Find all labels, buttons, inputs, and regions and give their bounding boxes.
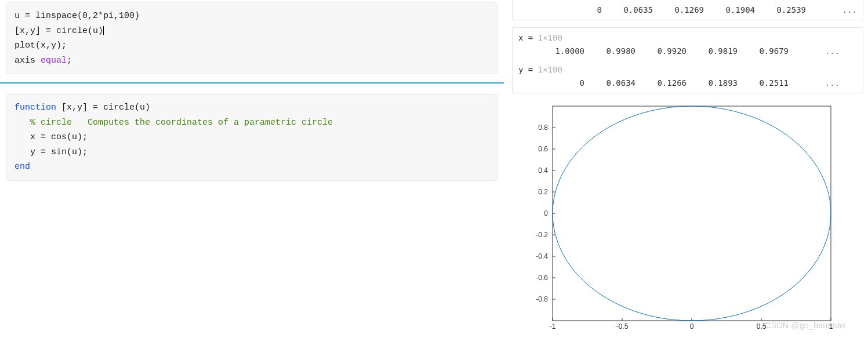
output-row: 0 0.0635 0.1269 0.1904 0.2539 ...	[518, 3, 857, 16]
code-comment: % circle Computes the coordinates of a p…	[30, 118, 333, 128]
code-line: y = sin(u);	[14, 145, 489, 160]
svg-text:-0.6: -0.6	[536, 274, 548, 282]
output-value: 1.0000	[547, 45, 584, 57]
ellipsis-icon[interactable]: ...	[820, 3, 857, 16]
output-pane: 0 0.0635 0.1269 0.1904 0.2539 ... x = 1×…	[504, 0, 868, 352]
svg-text:-0.2: -0.2	[536, 231, 548, 239]
output-value: 0.1269	[667, 3, 704, 16]
code-line: x = cos(u);	[14, 130, 489, 145]
code-block-2[interactable]: function [x,y] = circle(u) % circle Comp…	[6, 94, 498, 181]
output-value: 0.1904	[718, 3, 755, 16]
code-text: )	[135, 11, 140, 21]
output-value: 0.9819	[700, 45, 738, 57]
svg-text:0.2: 0.2	[538, 188, 548, 196]
code-text: ;	[67, 56, 72, 66]
svg-text:0: 0	[544, 209, 548, 217]
ellipsis-icon[interactable]: ...	[802, 45, 840, 57]
output-value: 0	[565, 3, 602, 16]
output-value: 0.0634	[598, 77, 635, 89]
svg-text:-0.8: -0.8	[536, 295, 548, 303]
ellipsis-icon[interactable]: ...	[802, 77, 840, 89]
code-text: plot(x,y);	[14, 41, 67, 50]
output-var-header: y = 1×100	[518, 63, 857, 76]
code-line: end	[14, 159, 489, 175]
code-text: y = sin(u);	[30, 147, 88, 157]
code-text: *pi,	[98, 11, 119, 21]
output-var-header: x = 1×100	[518, 31, 857, 44]
code-text: u = linspace(	[14, 11, 82, 21]
var-dimensions: 1×100	[538, 33, 562, 42]
code-line: [x,y] = circle(u)	[14, 24, 489, 39]
code-text: axis	[14, 56, 41, 66]
svg-text:0.4: 0.4	[538, 166, 548, 175]
svg-text:-0.5: -0.5	[616, 322, 629, 331]
svg-text:-0.4: -0.4	[536, 252, 548, 260]
svg-text:0.5: 0.5	[757, 322, 767, 331]
output-block-xy: x = 1×100 1.0000 0.9980 0.9920 0.9819 0.…	[512, 27, 863, 93]
output-value: 0.1893	[700, 77, 738, 89]
output-block-top: 0 0.0635 0.1269 0.1904 0.2539 ...	[512, 0, 863, 20]
x-axis-ticks: -1-0.500.51	[550, 318, 833, 331]
svg-text:0.6: 0.6	[538, 145, 548, 153]
output-value: 0.9920	[649, 45, 687, 57]
svg-text:1: 1	[829, 322, 833, 331]
editor-pane: u = linspace(0,2*pi,100) [x,y] = circle(…	[0, 0, 504, 352]
var-name: x =	[518, 33, 538, 42]
code-line: % circle Computes the coordinates of a p…	[14, 115, 489, 130]
output-value: 0	[547, 77, 584, 89]
code-number: 100	[119, 11, 135, 21]
output-value: 0.0635	[616, 3, 653, 16]
code-block-1[interactable]: u = linspace(0,2*pi,100) [x,y] = circle(…	[6, 2, 498, 74]
output-row: 0 0.0634 0.1266 0.1893 0.2511 ...	[518, 77, 857, 89]
var-name: y =	[518, 65, 538, 74]
code-line: function [x,y] = circle(u)	[14, 100, 489, 115]
code-number: 2	[93, 11, 98, 21]
text-cursor	[103, 26, 104, 35]
plot-line-circle	[553, 106, 831, 321]
svg-text:0: 0	[690, 322, 694, 331]
code-line: plot(x,y);	[14, 38, 489, 53]
output-value: 0.2539	[769, 3, 806, 16]
code-line: axis equal;	[14, 53, 489, 68]
plot-figure[interactable]: -0.8-0.6-0.4-0.200.20.40.60.8 -1-0.500.5…	[512, 100, 863, 332]
svg-text:-1: -1	[550, 322, 556, 331]
plot-axes-box	[553, 106, 831, 321]
code-text: ,	[88, 11, 93, 21]
output-value: 0.9980	[598, 45, 635, 57]
code-keyword: function	[14, 103, 56, 113]
output-value: 0.2511	[751, 77, 789, 89]
code-keyword: equal	[41, 56, 67, 66]
var-dimensions: 1×100	[538, 65, 562, 74]
code-text: [x,y] = circle(u)	[56, 103, 150, 113]
svg-text:0.8: 0.8	[538, 124, 548, 132]
code-text: [x,y] = circle(u)	[14, 26, 103, 36]
code-keyword: end	[14, 162, 30, 172]
output-value: 0.1266	[649, 77, 687, 89]
plot-svg: -0.8-0.6-0.4-0.200.20.40.60.8 -1-0.500.5…	[518, 100, 842, 332]
output-value: 0.9679	[751, 45, 789, 57]
section-divider	[0, 82, 504, 84]
code-number: 0	[82, 11, 88, 21]
code-text: x = cos(u);	[30, 132, 88, 142]
code-line: u = linspace(0,2*pi,100)	[14, 9, 489, 24]
output-row: 1.0000 0.9980 0.9920 0.9819 0.9679 ...	[518, 45, 857, 57]
